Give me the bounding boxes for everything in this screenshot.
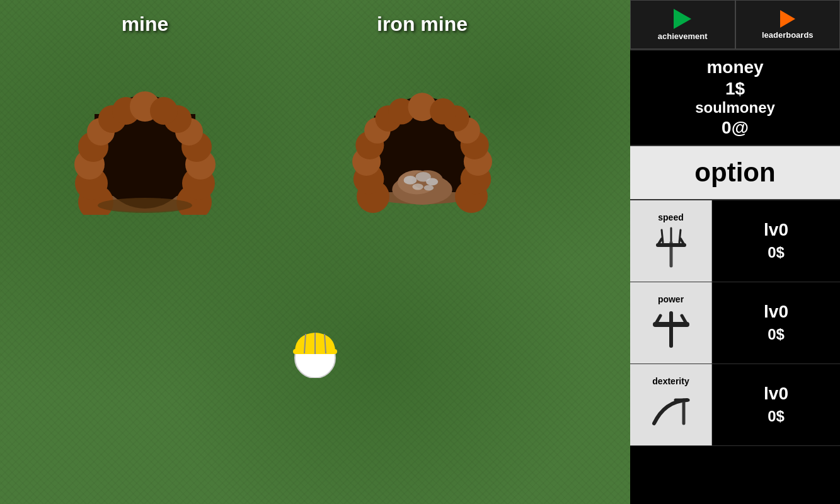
mine-container[interactable]: mine	[63, 13, 227, 215]
svg-point-18	[98, 198, 192, 213]
speed-cost: 0$	[768, 244, 785, 261]
power-stats: lv0 0$	[712, 282, 840, 364]
leaderboards-label: leaderboards	[762, 30, 814, 40]
iron-mine-svg	[340, 38, 504, 215]
power-icon	[649, 307, 693, 351]
svg-point-40	[404, 176, 417, 185]
mine-label: mine	[122, 13, 169, 36]
top-buttons: achievement leaderboards	[630, 0, 840, 50]
svg-point-36	[430, 98, 456, 125]
dexterity-icon	[649, 389, 693, 433]
speed-level: lv0	[764, 220, 788, 240]
iron-mine-container[interactable]: iron mine	[340, 13, 504, 215]
achievement-icon	[674, 9, 691, 29]
game-area: mine	[0, 0, 630, 504]
dexterity-level: lv0	[764, 384, 788, 404]
speed-stats: lv0 0$	[712, 200, 840, 282]
soulmoney-label: soulmoney	[630, 99, 840, 117]
dexterity-upgrade-row[interactable]: dexterity lv0 0$	[630, 364, 840, 446]
power-cost: 0$	[768, 326, 785, 343]
svg-point-43	[412, 183, 423, 190]
speed-name: speed	[658, 212, 683, 222]
power-name: power	[658, 294, 684, 304]
power-upgrade-row[interactable]: power lv0 0$	[630, 282, 840, 364]
upgrades-section: speed lv0 0$	[630, 200, 840, 504]
option-button[interactable]: option	[630, 146, 840, 200]
speed-upgrade-row[interactable]: speed lv0 0$	[630, 200, 840, 282]
money-section: money 1$ soulmoney 0@	[630, 50, 840, 146]
achievement-label: achievement	[658, 32, 708, 41]
svg-point-42	[426, 178, 438, 185]
svg-point-44	[424, 185, 434, 191]
sidebar: achievement leaderboards money 1$ soulmo…	[630, 0, 840, 504]
power-level: lv0	[764, 302, 788, 322]
dexterity-name: dexterity	[652, 376, 689, 386]
money-value: 1$	[630, 78, 840, 100]
mine-svg	[63, 38, 227, 215]
iron-mine-label: iron mine	[377, 13, 468, 36]
svg-point-17	[150, 97, 178, 125]
leaderboard-icon	[780, 10, 795, 28]
power-icon-box: power	[630, 282, 712, 364]
speed-icon-box: speed	[630, 200, 712, 282]
money-label: money	[630, 57, 840, 78]
leaderboards-button[interactable]: leaderboards	[735, 0, 841, 49]
dexterity-cost: 0$	[768, 408, 785, 425]
achievement-button[interactable]: achievement	[630, 0, 735, 49]
player-character	[287, 321, 343, 378]
dexterity-icon-box: dexterity	[630, 364, 712, 445]
soulmoney-value: 0@	[630, 117, 840, 139]
speed-icon	[649, 225, 693, 269]
dexterity-stats: lv0 0$	[712, 364, 840, 445]
